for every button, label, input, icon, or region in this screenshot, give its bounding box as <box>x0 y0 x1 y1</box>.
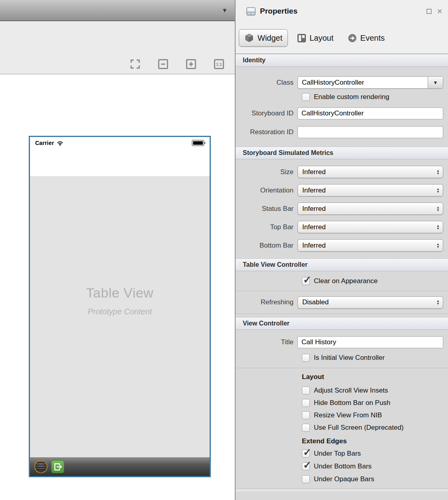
size-popup[interactable]: Inferred ▲▼ <box>297 166 443 178</box>
storyboard-id-label: Storyboard ID <box>236 109 297 117</box>
zoom-in-icon[interactable] <box>185 58 196 69</box>
battery-icon <box>192 140 206 146</box>
tab-events[interactable]: Events <box>343 30 390 46</box>
resize-view-from-nib-row: Resize View From NIB <box>236 411 448 419</box>
restoration-id-field[interactable] <box>297 126 443 138</box>
enable-custom-rendering-checkbox[interactable] <box>302 93 310 101</box>
canvas-top-bar: ▼ <box>0 0 235 21</box>
size-row: Size Inferred ▲▼ <box>236 166 448 178</box>
clear-on-appearance-label: Clear on Appearance <box>314 277 378 285</box>
table-view-placeholder-title: Table View <box>86 285 154 301</box>
combo-dropdown-icon[interactable]: ▼ <box>428 77 443 88</box>
under-top-bars-row: Under Top Bars <box>236 450 448 458</box>
class-row: Class CallHistoryController ▼ <box>236 76 448 89</box>
status-bar-value: Inferred <box>302 205 326 213</box>
orientation-row: Orientation Inferred ▲▼ <box>236 184 448 196</box>
orientation-popup[interactable]: Inferred ▲▼ <box>297 184 443 196</box>
bottom-bar-row: Bottom Bar Inferred ▲▼ <box>236 239 448 252</box>
tab-layout[interactable]: Layout <box>292 30 339 46</box>
status-bar-row: Status Bar Inferred ▲▼ <box>236 202 448 215</box>
use-full-screen-checkbox[interactable] <box>302 424 310 432</box>
widget-cube-icon <box>244 33 254 43</box>
inspector-tabs: Widget Layout Events <box>236 22 448 54</box>
title-row: Title <box>236 336 448 348</box>
use-full-screen-label: Use Full Screen (Deprecated) <box>314 424 404 432</box>
section-header-simulated-metrics: Storyboard Simulated Metrics <box>236 147 448 159</box>
scene-dock <box>30 457 210 476</box>
status-bar-label: Status Bar <box>236 205 297 213</box>
stepper-arrows-icon: ▲▼ <box>436 188 440 193</box>
exit-segue-icon[interactable] <box>51 460 64 473</box>
class-label: Class <box>236 79 297 87</box>
use-full-screen-row: Use Full Screen (Deprecated) <box>236 424 448 432</box>
refreshing-value: Disabled <box>302 298 329 306</box>
properties-icon <box>246 7 256 16</box>
bottom-bar-label: Bottom Bar <box>236 242 297 250</box>
storyboard-canvas: Carrier <box>0 74 235 499</box>
close-panel-icon[interactable]: ✕ <box>437 8 442 15</box>
storyboard-id-field[interactable] <box>297 107 443 119</box>
panel-bottom-strip <box>236 489 448 492</box>
tab-events-label: Events <box>360 34 385 43</box>
float-panel-button[interactable] <box>426 9 432 14</box>
is-initial-view-controller-row: Is Initial View Controller <box>236 354 448 362</box>
tab-widget-label: Widget <box>258 34 282 43</box>
refreshing-popup[interactable]: Disabled ▲▼ <box>297 296 443 309</box>
top-bar-value: Inferred <box>302 223 326 231</box>
tab-layout-label: Layout <box>309 34 333 43</box>
layout-block: Layout Adjust Scroll View Insets Hide Bo… <box>236 368 448 489</box>
under-bottom-bars-label: Under Bottom Bars <box>314 462 372 470</box>
restoration-id-label: Restoration ID <box>236 128 297 136</box>
section-header-table-view-controller: Table View Controller <box>236 258 448 271</box>
table-view-controller-scene[interactable]: Carrier <box>29 136 211 477</box>
inspector-header: Properties ✕ <box>236 0 448 22</box>
section-header-view-controller: View Controller <box>236 317 448 330</box>
layout-panes-icon <box>297 34 306 42</box>
clear-on-appearance-checkbox[interactable] <box>302 277 310 285</box>
refreshing-row: Refreshing Disabled ▲▼ <box>236 291 448 314</box>
resize-view-from-nib-label: Resize View From NIB <box>314 411 382 419</box>
panel-title: Properties <box>260 7 297 16</box>
under-opaque-bars-checkbox[interactable] <box>302 475 310 483</box>
under-top-bars-label: Under Top Bars <box>314 450 361 458</box>
orientation-value: Inferred <box>302 187 326 194</box>
bottom-bar-popup[interactable]: Inferred ▲▼ <box>297 239 443 252</box>
view-controller-icon[interactable] <box>34 460 48 473</box>
under-bottom-bars-checkbox[interactable] <box>302 462 310 470</box>
orientation-label: Orientation <box>236 187 297 194</box>
zoom-fit-icon[interactable] <box>129 58 141 69</box>
hide-bottom-bar-on-push-row: Hide Bottom Bar on Push <box>236 399 448 407</box>
storyboard-editor-panel: ▼ 1:1 ZOOM <box>0 0 235 500</box>
chevron-down-icon[interactable]: ▼ <box>222 7 228 14</box>
size-label: Size <box>236 168 297 176</box>
class-combobox[interactable]: CallHistoryController ▼ <box>297 76 443 89</box>
zoom-actual-size-icon[interactable]: 1:1 <box>213 58 224 69</box>
under-bottom-bars-row: Under Bottom Bars <box>236 462 448 470</box>
properties-inspector-panel: Properties ✕ Widget Layout <box>235 0 448 500</box>
zoom-out-icon[interactable] <box>157 58 168 69</box>
adjust-scroll-view-insets-label: Adjust Scroll View Insets <box>314 387 388 395</box>
adjust-scroll-view-insets-checkbox[interactable] <box>302 387 310 395</box>
under-top-bars-checkbox[interactable] <box>302 450 310 458</box>
top-bar-popup[interactable]: Inferred ▲▼ <box>297 221 443 233</box>
events-arrow-icon <box>348 34 357 42</box>
is-initial-view-controller-checkbox[interactable] <box>302 354 310 362</box>
status-bar-popup[interactable]: Inferred ▲▼ <box>297 202 443 215</box>
section-header-identity: Identity <box>236 54 448 67</box>
navigation-bar-area <box>30 149 210 176</box>
simulated-status-bar: Carrier <box>30 137 210 149</box>
table-view[interactable]: Table View Prototype Content <box>30 176 210 457</box>
tab-widget[interactable]: Widget <box>239 29 288 47</box>
resize-view-from-nib-checkbox[interactable] <box>302 411 310 419</box>
hide-bottom-bar-on-push-label: Hide Bottom Bar on Push <box>314 399 391 407</box>
under-opaque-bars-row: Under Opaque Bars <box>236 475 448 483</box>
restoration-id-row: Restoration ID <box>236 126 448 138</box>
bottom-bar-value: Inferred <box>302 242 326 250</box>
layout-subheader: Layout <box>236 373 448 381</box>
title-field[interactable] <box>297 336 443 348</box>
hide-bottom-bar-on-push-checkbox[interactable] <box>302 399 310 407</box>
enable-custom-rendering-label: Enable custom rendering <box>314 93 389 101</box>
stepper-arrows-icon: ▲▼ <box>436 300 440 305</box>
top-bar-label: Top Bar <box>236 223 297 231</box>
inspector-body: Identity Class CallHistoryController ▼ E… <box>236 54 448 492</box>
